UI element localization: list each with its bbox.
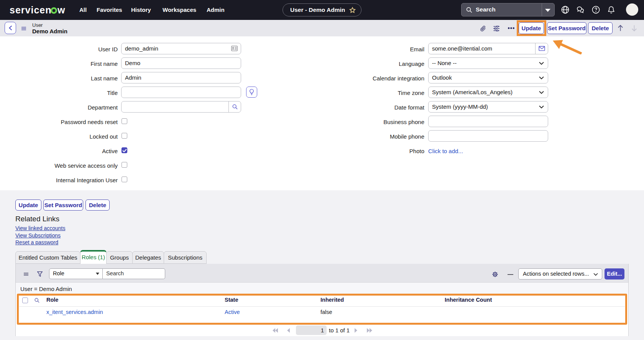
svg-text:servicen: servicen [10,5,51,15]
svg-text:w: w [57,5,65,15]
